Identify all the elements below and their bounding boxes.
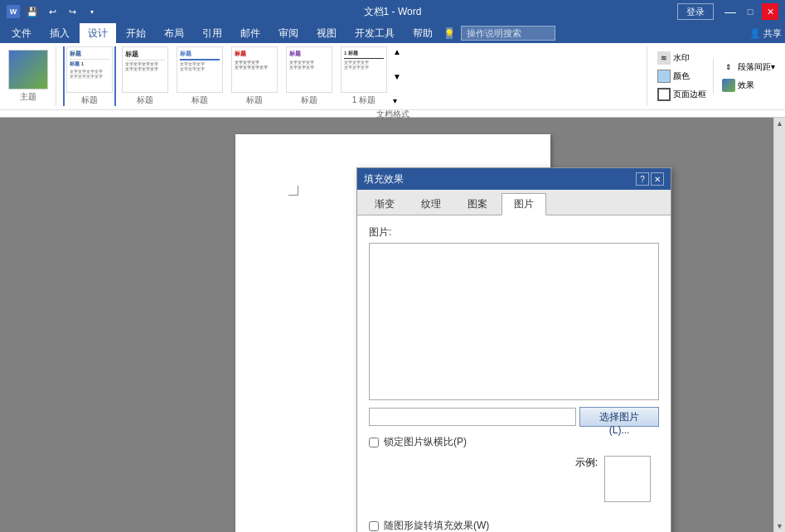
tab-design[interactable]: 设计: [80, 23, 116, 43]
redo-button[interactable]: ↪: [63, 2, 81, 21]
file-path-row: 选择图片(L)...: [369, 407, 659, 427]
style-item-2[interactable]: 标题 文字文字文字文字文字文字 标题: [174, 46, 225, 106]
style-item-3[interactable]: 标题 文字文字文字文字文字文字文字 标题: [229, 46, 280, 106]
preview-box: [604, 456, 651, 502]
search-box[interactable]: [461, 26, 555, 41]
tab-mailings[interactable]: 邮件: [232, 23, 269, 43]
fill-effects-dialog: 填充效果 ? ✕ 渐变 纹理 图案 图片 图片: 选择图片(L)... 锁定图片…: [356, 167, 671, 532]
file-path-input[interactable]: [369, 408, 576, 426]
theme-preview[interactable]: [8, 50, 48, 89]
effects-icon: [722, 79, 735, 92]
page-color-label: 颜色: [673, 70, 690, 82]
preview-label-text: 示例:: [575, 456, 598, 470]
style-preview-0: 标题 标题 1 文字文字文字文字文字文字文字文字: [66, 46, 113, 93]
toolbar-area: 主题 标题 标题 1 文字文字文字文字文字文字文字文字 标题 标题 文字文字文字…: [0, 43, 785, 118]
tab-insert[interactable]: 插入: [41, 23, 78, 43]
cursor-indicator: [288, 186, 298, 196]
tab-file[interactable]: 文件: [3, 23, 40, 43]
para-spacing-button[interactable]: ⇕ 段落间距▾: [719, 59, 778, 75]
right-buttons: ≋ 水印 颜色 页面边框: [654, 50, 710, 103]
gallery-scroll[interactable]: ▲ ▼ ▾: [393, 47, 401, 105]
dialog-tabs: 渐变 纹理 图案 图片: [357, 190, 671, 215]
style-item-4[interactable]: 标题 文字文字文字文字文字文字 标题: [283, 46, 335, 106]
ribbon-tabs: 文件 插入 设计 开始 布局 引用 邮件 审阅 视图 开发工具 帮助 💡 👤 共…: [0, 23, 785, 43]
style-preview-2: 标题 文字文字文字文字文字文字: [177, 46, 223, 93]
page-color-icon: [657, 70, 671, 83]
title-bar-left: W 💾 ↩ ↪ ▾: [7, 2, 101, 21]
watermark-icon: ≋: [657, 51, 671, 65]
page-border-label: 页面边框: [673, 89, 706, 100]
undo-button[interactable]: ↩: [43, 2, 61, 21]
style-label-5: 1 标题: [352, 94, 376, 106]
style-preview-3: 标题 文字文字文字文字文字文字文字: [231, 46, 278, 93]
style-preview-4: 标题 文字文字文字文字文字文字: [286, 46, 332, 93]
style-gallery: 标题 标题 1 文字文字文字文字文字文字文字文字 标题 标题 文字文字文字文字文…: [63, 46, 640, 106]
tab-review[interactable]: 审阅: [270, 23, 307, 43]
quick-access-toolbar: 💾 ↩ ↪ ▾: [23, 2, 101, 21]
save-button[interactable]: 💾: [23, 2, 41, 21]
style-item-0[interactable]: 标题 标题 1 文字文字文字文字文字文字文字文字 标题: [63, 46, 116, 106]
preview-section: 示例:: [369, 456, 659, 502]
scroll-down-arrow[interactable]: ▼: [774, 520, 786, 532]
toolbar-footer: 文档格式: [0, 109, 785, 118]
select-image-button[interactable]: 选择图片(L)...: [579, 407, 659, 427]
login-button[interactable]: 登录: [677, 3, 714, 20]
gallery-expand[interactable]: ▾: [393, 96, 401, 105]
tab-home[interactable]: 开始: [118, 23, 154, 43]
effects-label: 效果: [738, 80, 754, 91]
watermark-button[interactable]: ≋ 水印: [654, 50, 710, 66]
style-item-5[interactable]: 1 标题 文字文字文字文字文字文字 1 标题: [338, 46, 390, 106]
lock-ratio-checkbox[interactable]: [369, 438, 379, 447]
minimize-button[interactable]: —: [722, 3, 739, 20]
style-preview-1: 标题 文字文字文字文字文字文字文字文字: [122, 46, 168, 93]
gallery-up[interactable]: ▲: [393, 47, 401, 56]
dialog-close-button[interactable]: ✕: [651, 172, 664, 186]
window-title: 文档1 - Word: [364, 5, 422, 19]
checkbox-lock-ratio: 锁定图片纵横比(P): [369, 435, 659, 449]
tab-developer[interactable]: 开发工具: [346, 23, 403, 43]
scroll-indicator[interactable]: ▲ ▼: [773, 118, 785, 532]
lightbulb-icon: 💡: [446, 27, 453, 39]
para-spacing-icon: ⇕: [722, 60, 735, 74]
style-label-1: 标题: [137, 94, 153, 106]
dialog-title-bar: 填充效果 ? ✕: [357, 168, 671, 190]
tab-references[interactable]: 引用: [194, 23, 230, 43]
theme-label: 主题: [20, 91, 36, 103]
page-border-button[interactable]: 页面边框: [654, 86, 710, 103]
customize-quick-access[interactable]: ▾: [83, 2, 101, 21]
page-border-icon: [657, 88, 671, 101]
title-bar-right: 登录 — □ ✕: [677, 3, 778, 20]
effects-section: ⇕ 段落间距▾ 效果: [713, 59, 778, 94]
rotate-fill-checkbox[interactable]: [369, 521, 379, 531]
style-label-4: 标题: [301, 94, 317, 106]
tab-picture[interactable]: 图片: [502, 193, 546, 215]
right-section: ≋ 水印 颜色 页面边框 ⇕ 段落间距▾: [647, 46, 778, 106]
style-label-2: 标题: [191, 94, 208, 106]
document-area: ▲ ▼ 填充效果 ? ✕ 渐变 纹理 图案 图片 图片: 选择图片(L)...: [0, 118, 785, 532]
image-preview-box: [369, 243, 659, 400]
page-color-button[interactable]: 颜色: [654, 68, 710, 85]
tab-gradient[interactable]: 渐变: [362, 193, 407, 215]
dialog-title-buttons: ? ✕: [636, 172, 664, 186]
tab-texture[interactable]: 纹理: [409, 193, 453, 215]
para-spacing-label: 段落间距▾: [738, 61, 775, 73]
tab-view[interactable]: 视图: [308, 23, 345, 43]
restore-button[interactable]: □: [742, 3, 758, 20]
close-button[interactable]: ✕: [762, 3, 778, 20]
effects-button[interactable]: 效果: [719, 77, 778, 94]
title-bar: W 💾 ↩ ↪ ▾ 文档1 - Word 登录 — □ ✕: [0, 0, 785, 23]
share-button[interactable]: 👤 共享: [749, 27, 782, 40]
style-item-1[interactable]: 标题 文字文字文字文字文字文字文字文字 标题: [119, 46, 171, 106]
image-label: 图片:: [369, 225, 659, 239]
scroll-up-arrow[interactable]: ▲: [774, 118, 786, 129]
tab-layout[interactable]: 布局: [156, 23, 192, 43]
toolbar-content: 主题 标题 标题 1 文字文字文字文字文字文字文字文字 标题 标题 文字文字文字…: [0, 43, 785, 109]
gallery-down[interactable]: ▼: [393, 72, 401, 81]
dialog-title: 填充效果: [364, 172, 404, 186]
dialog-help-button[interactable]: ?: [636, 172, 649, 186]
search-input[interactable]: [467, 28, 550, 38]
watermark-label: 水印: [673, 52, 690, 64]
tab-help[interactable]: 帮助: [405, 23, 441, 43]
dialog-content: 图片: 选择图片(L)... 锁定图片纵横比(P) 示例: 随图形旋转填充效果(…: [357, 215, 671, 532]
tab-pattern[interactable]: 图案: [455, 193, 500, 215]
